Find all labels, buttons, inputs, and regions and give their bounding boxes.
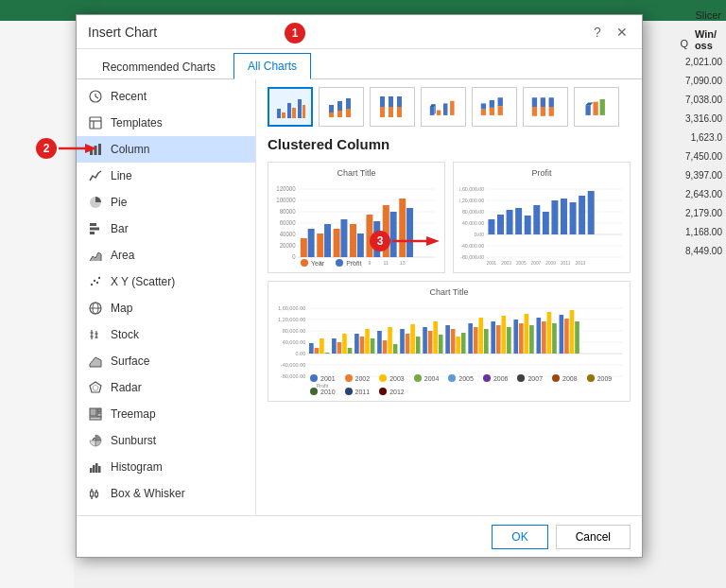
svg-rect-83 [498,97,503,106]
svg-rect-32 [97,413,101,417]
svg-rect-144 [488,219,494,234]
sidebar-item-pie[interactable]: Pie [77,189,255,216]
chart-preview-1[interactable]: Chart Title 120000 100000 80000 60000 40… [268,162,445,273]
svg-rect-13 [90,228,99,231]
svg-rect-36 [93,465,95,473]
svg-rect-197 [423,327,427,354]
sidebar-label-sunburst: Sunburst [111,434,156,447]
svg-rect-146 [507,210,513,234]
svg-rect-191 [388,327,392,354]
stock-icon [88,327,103,342]
svg-rect-78 [450,101,454,115]
sidebar-item-map[interactable]: Map [77,295,255,321]
svg-rect-154 [579,196,585,234]
svg-rect-218 [542,321,546,354]
svg-rect-208 [484,329,489,354]
close-button[interactable]: ✕ [614,24,631,41]
sidebar-item-treemap[interactable]: Treemap [77,401,255,427]
cell-val-3: 7,038.00 [685,95,722,105]
svg-text:2003: 2003 [501,260,511,266]
svg-point-18 [98,277,100,279]
sidebar-item-recent[interactable]: Recent [77,83,255,110]
svg-rect-116 [357,233,364,257]
tab-recommended-charts[interactable]: Recommended Charts [88,53,230,79]
sidebar-label-bar: Bar [111,222,129,235]
chart2-area: 1,60,000.00 1,20,000.00 80,000.00 40,000… [459,182,624,267]
svg-text:-80,000.00: -80,000.00 [281,373,305,379]
chart-subtype-3d-clustered-column[interactable] [421,87,466,127]
annotation-arrow-3-wrapper: 3 [370,231,440,251]
excel-column-q-label: Q [680,38,688,49]
bar-icon [88,221,103,236]
svg-rect-55 [277,109,281,118]
svg-text:2013: 2013 [576,260,586,266]
svg-point-17 [96,282,98,284]
sidebar-item-column[interactable]: Column [77,136,255,163]
chart-type-title: Clustered Column [268,136,631,152]
svg-rect-112 [324,224,331,257]
svg-rect-180 [325,353,330,354]
sidebar-item-stock[interactable]: Stock [77,321,255,348]
ok-button[interactable]: OK [492,525,547,549]
annotation-circle-3: 3 [370,231,390,251]
svg-rect-148 [525,216,531,234]
svg-text:1,60,000.00: 1,60,000.00 [459,186,484,192]
svg-rect-201 [445,325,450,354]
chart-subtype-3d-100pct-column[interactable] [523,87,568,127]
svg-rect-58 [292,108,296,118]
sidebar-item-area[interactable]: Area [77,242,255,268]
chart-preview-2[interactable]: Profit 1,60,000.00 1,20,000.00 80,000.00… [453,162,631,273]
svg-rect-93 [593,102,597,115]
svg-rect-76 [437,111,441,115]
svg-rect-57 [287,103,291,118]
svg-rect-210 [496,325,501,354]
sidebar-item-templates[interactable]: Templates [77,110,255,136]
svg-rect-94 [600,99,605,115]
sidebar-item-bar[interactable]: Bar [77,216,255,242]
chart-subtype-3d-column[interactable] [574,87,619,127]
svg-rect-195 [410,324,415,354]
sidebar-item-sunburst[interactable]: Sunburst [77,427,255,454]
svg-text:9: 9 [368,260,371,266]
svg-text:13: 13 [400,260,406,266]
sidebar-item-surface[interactable]: Surface [77,348,255,374]
svg-rect-213 [513,320,518,354]
sidebar-item-waterfall[interactable]: Waterfall [77,507,255,515]
chart-subtype-row [268,87,631,127]
recent-icon [88,89,103,104]
svg-rect-90 [549,107,554,116]
svg-marker-92 [585,103,593,106]
svg-rect-217 [537,318,542,354]
sidebar-item-line[interactable]: Line [77,163,255,189]
svg-rect-113 [334,229,340,257]
sidebar-item-histogram[interactable]: Histogram [77,454,255,480]
chart-preview-3[interactable]: Chart Title 1,60,000.00 1,20,000.00 80,0… [268,281,631,402]
svg-rect-91 [585,105,590,115]
treemap-icon [88,406,103,422]
tab-all-charts[interactable]: All Charts [233,53,311,79]
svg-rect-72 [397,107,402,117]
sidebar-item-scatter[interactable]: X Y (Scatter) [77,268,255,295]
svg-rect-153 [570,202,577,234]
scatter-icon [88,274,103,289]
svg-rect-194 [406,334,410,354]
chart-subtype-clustered-column[interactable] [268,87,313,127]
help-button[interactable]: ? [589,24,606,41]
svg-rect-155 [588,191,595,234]
sunburst-icon [88,433,103,448]
svg-rect-65 [346,98,351,109]
svg-text:120000: 120000 [276,185,296,192]
chart-subtype-100pct-stacked-column[interactable] [370,87,415,127]
surface-icon [88,354,103,369]
svg-text:2001: 2001 [487,260,497,266]
svg-rect-67 [380,96,385,107]
sidebar-item-radar[interactable]: Radar [77,374,255,401]
svg-text:2005: 2005 [516,260,527,266]
cell-val-5: 1,623.0 [691,132,722,143]
svg-rect-12 [90,223,96,226]
chart-subtype-3d-stacked-column[interactable] [472,87,517,127]
cancel-button[interactable]: Cancel [556,525,631,549]
sidebar-item-box-whisker[interactable]: Box & Whisker [77,480,255,507]
svg-rect-202 [451,329,456,354]
chart-subtype-stacked-column[interactable] [319,87,364,127]
